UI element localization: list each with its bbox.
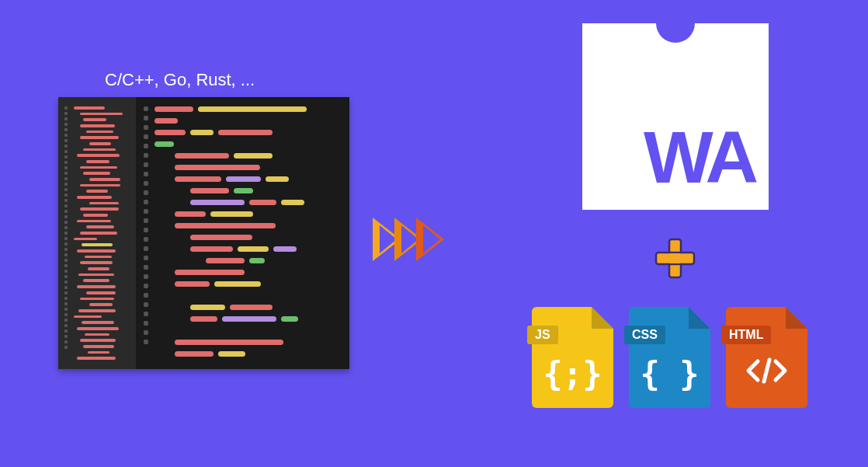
html-file-label: HTML — [721, 326, 771, 344]
js-file-label: JS — [527, 326, 558, 344]
chevron-right-icon — [416, 218, 444, 261]
css-file-label: CSS — [624, 326, 665, 344]
svg-line-3 — [764, 360, 769, 382]
svg-rect-2 — [670, 253, 680, 263]
webassembly-logo: WA — [582, 23, 769, 210]
html-file-symbol — [726, 355, 807, 386]
code-editor-illustration — [58, 97, 349, 369]
js-file-symbol: {;} — [532, 355, 613, 393]
js-file-icon: JS {;} — [532, 307, 613, 408]
file-icons-group: JS {;} CSS { } HTML — [532, 307, 807, 408]
arrow-group — [373, 218, 438, 261]
code-main-area — [136, 97, 349, 369]
css-file-icon: CSS { } — [629, 307, 710, 408]
plus-icon — [654, 237, 696, 280]
html-file-icon: HTML — [726, 307, 807, 408]
code-minimap — [58, 97, 136, 369]
webassembly-logo-text: WA — [644, 120, 755, 194]
source-languages-label: C/C++, Go, Rust, ... — [105, 70, 255, 90]
css-file-symbol: { } — [629, 355, 710, 393]
